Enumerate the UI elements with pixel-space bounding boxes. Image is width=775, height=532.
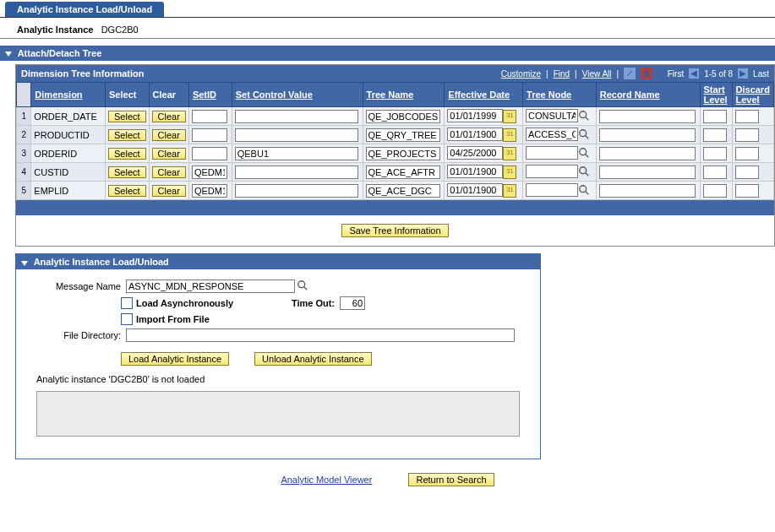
- col-effdt[interactable]: Effective Date: [448, 90, 510, 100]
- section-load-unload[interactable]: Analytic Instance Load/Unload: [16, 254, 540, 269]
- link-find[interactable]: Find: [554, 69, 570, 79]
- zoom-icon[interactable]: ⤢: [624, 68, 636, 79]
- lookup-icon[interactable]: [578, 184, 590, 198]
- scv-input[interactable]: [235, 184, 358, 198]
- effdt-input[interactable]: [447, 183, 503, 197]
- col-dimension[interactable]: Dimension: [35, 90, 82, 100]
- lookup-icon[interactable]: [578, 128, 590, 142]
- scv-input[interactable]: [235, 147, 358, 160]
- lookup-icon[interactable]: [578, 166, 590, 179]
- nav-prev-icon[interactable]: ◀: [689, 68, 699, 79]
- discard-input[interactable]: [735, 166, 759, 179]
- tree-input[interactable]: [366, 184, 440, 198]
- effdt-input[interactable]: [447, 109, 503, 122]
- record-input[interactable]: [599, 184, 696, 198]
- node-input[interactable]: [526, 165, 578, 178]
- calendar-icon[interactable]: 31: [503, 166, 516, 179]
- col-tree[interactable]: Tree Name: [367, 90, 414, 100]
- col-node[interactable]: Tree Node: [527, 90, 571, 100]
- select-button[interactable]: Select: [108, 148, 146, 160]
- discard-input[interactable]: [735, 184, 759, 198]
- tree-input[interactable]: [366, 128, 440, 142]
- calendar-icon[interactable]: 31: [503, 184, 516, 198]
- lookup-icon[interactable]: [578, 110, 590, 123]
- scv-input[interactable]: [235, 166, 358, 179]
- select-button[interactable]: Select: [108, 185, 146, 197]
- select-button[interactable]: Select: [108, 111, 146, 122]
- node-input[interactable]: [526, 183, 578, 197]
- select-button[interactable]: Select: [108, 129, 146, 141]
- link-view-all[interactable]: View All: [582, 69, 612, 79]
- effdt-input[interactable]: [447, 128, 503, 141]
- link-model-viewer[interactable]: Analytic Model Viewer: [281, 475, 372, 485]
- col-start[interactable]: Start Level: [704, 84, 728, 105]
- svg-point-0: [580, 111, 587, 118]
- setid-input[interactable]: [192, 166, 227, 179]
- import-file-checkbox[interactable]: [121, 313, 133, 325]
- node-input[interactable]: [526, 128, 578, 141]
- timeout-label: Time Out:: [259, 298, 340, 308]
- timeout-input[interactable]: [340, 296, 365, 310]
- download-icon[interactable]: ▦: [641, 68, 652, 79]
- node-input[interactable]: [526, 146, 578, 160]
- svg-line-11: [304, 287, 308, 290]
- dimension-cell: EMPLID: [31, 182, 106, 200]
- node-input[interactable]: [526, 109, 578, 122]
- tree-input[interactable]: [366, 110, 440, 123]
- nav-last[interactable]: Last: [753, 69, 769, 79]
- link-customize[interactable]: Customize: [501, 69, 541, 79]
- message-name-input[interactable]: [126, 280, 295, 293]
- unload-instance-button[interactable]: Unload Analytic Instance: [254, 352, 371, 366]
- load-instance-button[interactable]: Load Analytic Instance: [121, 352, 229, 366]
- discard-input[interactable]: [735, 110, 759, 123]
- calendar-icon[interactable]: 31: [503, 110, 516, 123]
- nav-range: 1-5 of 8: [704, 69, 733, 79]
- start-input[interactable]: [703, 128, 727, 142]
- clear-button[interactable]: Clear: [152, 148, 186, 160]
- clear-button[interactable]: Clear: [152, 111, 186, 122]
- svg-line-7: [586, 173, 589, 176]
- discard-input[interactable]: [735, 147, 759, 160]
- scv-input[interactable]: [235, 128, 358, 142]
- nav-first[interactable]: First: [668, 69, 684, 79]
- save-tree-button[interactable]: Save Tree Information: [341, 224, 448, 237]
- setid-input[interactable]: [192, 110, 227, 123]
- clear-button[interactable]: Clear: [152, 185, 186, 197]
- message-name-label: Message Name: [26, 281, 126, 291]
- lookup-icon[interactable]: [297, 280, 308, 293]
- setid-input[interactable]: [192, 128, 227, 142]
- calendar-icon[interactable]: 31: [503, 128, 516, 142]
- setid-input[interactable]: [192, 147, 227, 160]
- record-input[interactable]: [599, 147, 696, 160]
- load-async-checkbox[interactable]: [121, 297, 133, 309]
- clear-button[interactable]: Clear: [152, 166, 186, 178]
- effdt-input[interactable]: [447, 165, 503, 178]
- clear-button[interactable]: Clear: [152, 129, 186, 141]
- record-input[interactable]: [599, 166, 696, 179]
- nav-next-icon[interactable]: ▶: [738, 68, 748, 79]
- calendar-icon[interactable]: 31: [503, 147, 516, 160]
- return-to-search-button[interactable]: Return to Search: [408, 473, 494, 486]
- select-button[interactable]: Select: [108, 166, 146, 178]
- col-record[interactable]: Record Name: [600, 90, 660, 100]
- section-attach-detach[interactable]: Attach/Detach Tree: [0, 46, 775, 61]
- start-input[interactable]: [703, 166, 727, 179]
- start-input[interactable]: [703, 147, 727, 160]
- tree-input[interactable]: [366, 147, 440, 160]
- effdt-input[interactable]: [447, 146, 503, 160]
- scv-input[interactable]: [235, 110, 358, 123]
- start-input[interactable]: [703, 110, 727, 123]
- col-discard[interactable]: Discard Level: [736, 84, 770, 105]
- col-scv[interactable]: Set Control Value: [236, 90, 313, 100]
- load-async-label: Load Asynchronously: [136, 298, 233, 308]
- record-input[interactable]: [599, 128, 696, 142]
- start-input[interactable]: [703, 184, 727, 198]
- setid-input[interactable]: [192, 184, 227, 198]
- col-setid[interactable]: SetID: [193, 90, 216, 100]
- record-input[interactable]: [599, 110, 696, 123]
- lookup-icon[interactable]: [578, 147, 590, 160]
- tab-analytic-load-unload[interactable]: Analytic Instance Load/Unload: [5, 2, 164, 17]
- discard-input[interactable]: [735, 128, 759, 142]
- filedir-input[interactable]: [126, 328, 515, 342]
- tree-input[interactable]: [366, 166, 440, 179]
